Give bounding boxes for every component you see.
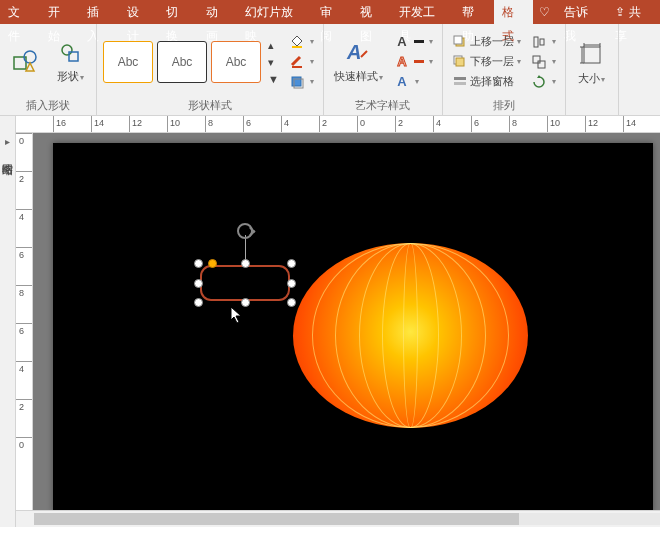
tab-format[interactable]: 格式 bbox=[494, 0, 534, 24]
fill-icon bbox=[289, 34, 305, 50]
send-backward[interactable]: 下移一层▾ bbox=[449, 53, 524, 71]
handle-ne[interactable] bbox=[287, 259, 296, 268]
gallery-scroll: ▴ ▾ ▼ bbox=[265, 38, 282, 86]
shapes-gallery-placeholder[interactable] bbox=[6, 46, 46, 78]
size-button[interactable]: 大小▾ bbox=[572, 39, 612, 88]
menu-bar: 文件 开始 插入 设计 切换 动画 幻灯片放映 审阅 视图 开发工具 帮助 格式… bbox=[0, 0, 660, 24]
text-fill-icon: A bbox=[394, 34, 410, 50]
svg-rect-14 bbox=[454, 82, 466, 85]
tab-animations[interactable]: 动画 bbox=[198, 0, 238, 24]
horizontal-scrollbar[interactable] bbox=[16, 510, 660, 527]
svg-rect-18 bbox=[538, 61, 545, 68]
tab-help[interactable]: 帮助 bbox=[454, 0, 494, 24]
send-backward-icon bbox=[452, 54, 468, 70]
handle-sw[interactable] bbox=[194, 298, 203, 307]
tab-view[interactable]: 视图 bbox=[352, 0, 392, 24]
svg-rect-15 bbox=[534, 37, 538, 47]
text-fill[interactable]: A▾ bbox=[391, 33, 436, 51]
wordart-icon: A bbox=[344, 39, 372, 67]
lightbulb-icon[interactable]: ♡ bbox=[533, 0, 556, 24]
handle-nw[interactable] bbox=[194, 259, 203, 268]
group-label-size bbox=[590, 99, 593, 115]
style-preset-2[interactable]: Abc bbox=[157, 41, 207, 83]
group-insert-shapes: 形状▾ 插入形状 bbox=[0, 24, 97, 115]
handle-adjust[interactable] bbox=[208, 259, 217, 268]
handle-s[interactable] bbox=[241, 298, 250, 307]
selected-shape[interactable] bbox=[198, 263, 292, 303]
handle-n[interactable] bbox=[241, 259, 250, 268]
text-outline[interactable]: A▾ bbox=[391, 53, 436, 71]
expand-thumbs-icon[interactable]: ▸ bbox=[5, 136, 10, 147]
svg-rect-19 bbox=[584, 47, 600, 63]
group-label-shape-styles: 形状样式 bbox=[188, 96, 232, 115]
shapes-icon bbox=[12, 48, 40, 76]
gallery-up[interactable]: ▴ bbox=[265, 38, 282, 53]
rounded-rect-shape[interactable] bbox=[200, 265, 290, 301]
svg-rect-13 bbox=[454, 77, 466, 80]
handle-w[interactable] bbox=[194, 279, 203, 288]
effects-icon bbox=[289, 74, 305, 90]
group-label-wordart: 艺术字样式 bbox=[355, 96, 410, 115]
canvas[interactable] bbox=[33, 133, 660, 510]
tab-review[interactable]: 审阅 bbox=[312, 0, 352, 24]
style-preset-3[interactable]: Abc bbox=[211, 41, 261, 83]
handle-e[interactable] bbox=[287, 279, 296, 288]
svg-point-2 bbox=[62, 45, 72, 55]
shapes-dropdown-icon bbox=[56, 39, 84, 67]
group-size: 大小▾ bbox=[566, 24, 619, 115]
share-button[interactable]: ⇪ 共享 bbox=[607, 0, 660, 24]
tab-insert[interactable]: 插入 bbox=[79, 0, 119, 24]
tab-home[interactable]: 开始 bbox=[40, 0, 80, 24]
svg-rect-5 bbox=[292, 66, 302, 68]
tab-file[interactable]: 文件 bbox=[0, 0, 40, 24]
bring-forward[interactable]: 上移一层▾ bbox=[449, 33, 524, 51]
shape-fill[interactable]: ▾ bbox=[286, 33, 317, 51]
size-icon bbox=[578, 41, 606, 69]
quick-styles[interactable]: A 快速样式▾ bbox=[330, 37, 387, 86]
svg-rect-17 bbox=[533, 56, 540, 63]
work-area: ▸ 缩略图 024686420 bbox=[0, 116, 660, 527]
pumpkin-shape[interactable] bbox=[293, 243, 528, 428]
ruler-vertical: 024686420 bbox=[16, 133, 33, 510]
group-shape-styles: Abc Abc Abc ▴ ▾ ▼ ▾ ▾ ▾ 形状样式 bbox=[97, 24, 324, 115]
cursor-icon bbox=[230, 306, 244, 324]
tab-slideshow[interactable]: 幻灯片放映 bbox=[237, 0, 312, 24]
tab-devtools[interactable]: 开发工具 bbox=[391, 0, 454, 24]
group-wordart: A 快速样式▾ A▾ A▾ A▾ 艺术字样式 bbox=[324, 24, 443, 115]
outline-icon bbox=[289, 54, 305, 70]
selection-pane[interactable]: 选择窗格 bbox=[449, 73, 524, 91]
svg-rect-10 bbox=[454, 36, 462, 44]
tellme[interactable]: 告诉我 bbox=[556, 0, 607, 24]
ribbon: 形状▾ 插入形状 Abc Abc Abc ▴ ▾ ▼ ▾ ▾ ▾ 形状样式 A bbox=[0, 24, 660, 116]
shape-outline[interactable]: ▾ bbox=[286, 53, 317, 71]
scrollbar-thumb[interactable] bbox=[34, 513, 519, 525]
svg-rect-4 bbox=[292, 46, 302, 48]
align[interactable]: ▾ bbox=[528, 33, 559, 51]
style-preset-1[interactable]: Abc bbox=[103, 41, 153, 83]
ruler-horizontal bbox=[16, 116, 660, 133]
rotation-handle[interactable] bbox=[237, 223, 253, 239]
shape-effects[interactable]: ▾ bbox=[286, 73, 317, 91]
align-icon bbox=[531, 34, 547, 50]
svg-rect-6 bbox=[292, 77, 301, 86]
bring-forward-icon bbox=[452, 34, 468, 50]
rotate[interactable]: ▾ bbox=[528, 73, 559, 91]
text-effects-icon: A bbox=[394, 74, 410, 90]
gallery-more[interactable]: ▼ bbox=[265, 72, 282, 86]
tab-transitions[interactable]: 切换 bbox=[158, 0, 198, 24]
group-objects[interactable]: ▾ bbox=[528, 53, 559, 71]
shapes-button[interactable]: 形状▾ bbox=[50, 37, 90, 86]
tab-design[interactable]: 设计 bbox=[119, 0, 159, 24]
group-icon bbox=[531, 54, 547, 70]
group-label-arrange: 排列 bbox=[493, 96, 515, 115]
text-outline-icon: A bbox=[394, 54, 410, 70]
svg-rect-16 bbox=[540, 39, 544, 45]
text-effects[interactable]: A▾ bbox=[391, 73, 436, 91]
group-label-insert-shapes: 插入形状 bbox=[26, 96, 70, 115]
svg-rect-12 bbox=[456, 58, 464, 66]
slide[interactable] bbox=[53, 143, 653, 510]
group-arrange: 上移一层▾ 下移一层▾ 选择窗格 ▾ ▾ ▾ 排列 bbox=[443, 24, 566, 115]
handle-se[interactable] bbox=[287, 298, 296, 307]
thumbnail-strip-collapsed[interactable]: ▸ 缩略图 bbox=[0, 116, 16, 527]
gallery-down[interactable]: ▾ bbox=[265, 55, 282, 70]
